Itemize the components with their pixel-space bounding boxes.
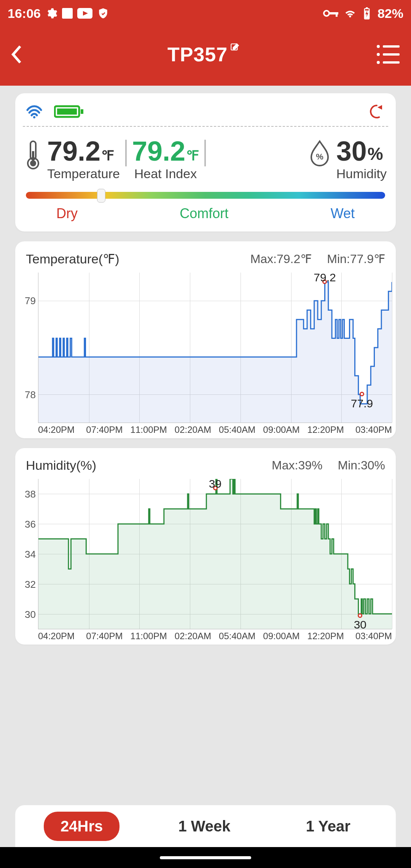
svg-marker-14 [378,105,382,110]
svg-rect-18 [32,151,34,161]
heat-index-value: 79.2 [132,137,185,165]
humidity-reading: % 30% Humidity [308,137,387,181]
heat-index-unit: ℉ [186,149,199,163]
tab-1week[interactable]: 1 Week [161,812,247,841]
svg-text:%: % [316,152,323,161]
x-tick: 05:40AM [215,631,259,641]
separator [23,126,388,127]
humidity-value: 30 [336,137,367,165]
temperature-reading: 79.2℉ Temperature [24,137,120,181]
label-wet: Wet [331,206,355,222]
nav-handle[interactable] [160,856,251,859]
device-battery-icon [54,105,84,118]
chart-marker-max: 39 [209,477,221,490]
hum-chart-max: Max:39% [272,458,322,472]
comfort-bar [26,192,385,199]
bluetooth-signal-icon [26,105,43,118]
temp-chart-title: Temperature(℉) [26,251,250,266]
svg-rect-4 [336,12,338,17]
temp-chart-max: Max:79.2℉ [250,252,312,266]
time-range-tabs: 24Hrs 1 Week 1 Year [15,805,396,847]
menu-list-button[interactable] [377,45,400,64]
app-header: TP357 [0,27,411,86]
svg-rect-13 [81,109,83,114]
wifi-icon [344,7,356,19]
gear-icon [45,7,57,19]
svg-point-17 [30,160,36,166]
x-tick: 03:40PM [348,631,392,641]
x-tick: 09:00AM [259,631,303,641]
x-tick: 07:40PM [82,631,126,641]
x-tick: 11:00PM [127,424,171,435]
refresh-button[interactable] [368,103,385,120]
temperature-value: 79.2 [47,137,100,165]
battery-charging-icon [361,7,373,19]
x-tick: 07:40PM [82,424,126,435]
heat-index-label: Heat Index [134,166,197,181]
humidity-label: Humidity [336,166,387,181]
x-tick: 04:20PM [38,631,82,641]
hum-chart-title: Humidity(%) [26,458,272,473]
x-tick: 05:40AM [215,424,259,435]
summary-card: 79.2℉ Temperature 79.2℉ Heat Index % 30% [15,93,396,231]
back-button[interactable] [4,41,30,68]
hum-chart-min: Min:30% [338,458,386,472]
chart-marker-min: 30 [354,618,366,631]
battery-percent: 82% [378,6,403,21]
svg-rect-12 [57,108,77,115]
x-tick: 03:40PM [348,424,392,435]
status-time: 16:06 [8,6,41,21]
x-tick: 09:00AM [259,424,303,435]
x-tick: 11:00PM [127,631,171,641]
shield-check-icon [97,7,109,19]
edit-icon[interactable] [230,43,240,53]
divider [204,140,206,166]
x-tick: 12:20PM [304,631,348,641]
thermometer-icon [24,140,42,169]
chart-marker-min: 77.9 [351,397,373,410]
chart-marker-max: 79.2 [314,271,336,284]
x-tick: 02:20AM [171,424,215,435]
temperature-chart-card: Temperature(℉) Max:79.2℉ Min:77.9℉ 7879 … [15,241,396,438]
temperature-label: Temperature [47,166,120,181]
humidity-chart-card: Humidity(%) Max:39% Min:30% 3032343638 3… [15,448,396,645]
comfort-thumb [97,189,105,203]
svg-rect-6 [366,7,368,9]
device-title: TP357 [167,43,228,66]
tab-1year[interactable]: 1 Year [289,812,367,841]
tab-24hrs[interactable]: 24Hrs [44,812,119,841]
label-comfort: Comfort [180,206,228,222]
divider [125,140,127,166]
comfort-labels: Dry Comfort Wet [26,206,385,222]
x-tick: 02:20AM [171,631,215,641]
svg-point-10 [33,116,35,118]
x-tick: 04:20PM [38,424,82,435]
heat-index-reading: 79.2℉ Heat Index [132,137,199,181]
youtube-icon [77,8,92,19]
vpn-key-icon [323,7,339,19]
humidity-unit: % [368,145,383,163]
android-status-bar: 16:06 82% [0,0,411,27]
svg-point-2 [324,11,329,16]
app-icon-square [62,8,73,19]
label-dry: Dry [56,206,78,222]
android-nav-bar [0,847,411,868]
humidity-drop-icon: % [308,140,331,166]
temp-chart-min: Min:77.9℉ [327,252,385,266]
temperature-unit: ℉ [101,149,114,163]
x-tick: 12:20PM [304,424,348,435]
